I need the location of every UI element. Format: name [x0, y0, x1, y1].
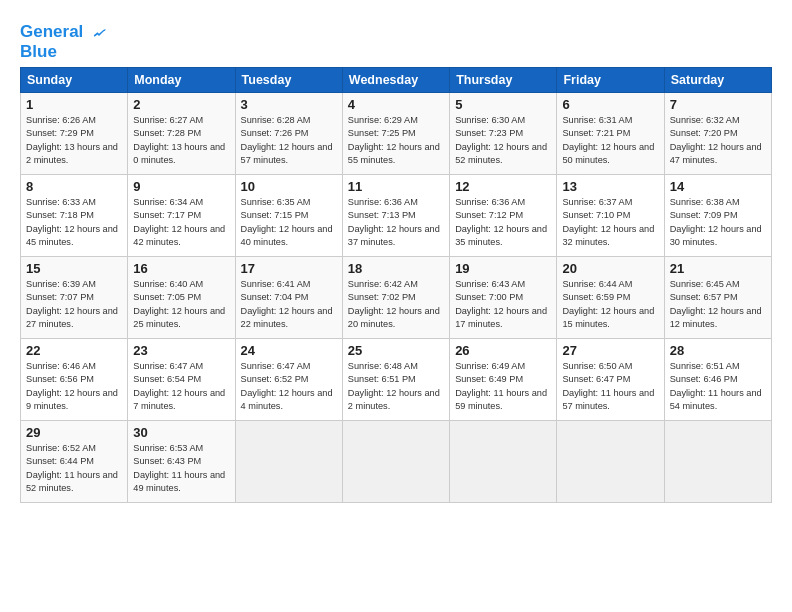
day-info: Sunrise: 6:50 AMSunset: 6:47 PMDaylight:… [562, 360, 658, 413]
page: General Blue SundayMondayTuesdayWednesda… [0, 0, 792, 515]
day-info: Sunrise: 6:52 AMSunset: 6:44 PMDaylight:… [26, 442, 122, 495]
calendar-row-0: 1Sunrise: 6:26 AMSunset: 7:29 PMDaylight… [21, 93, 772, 175]
col-header-saturday: Saturday [664, 68, 771, 93]
calendar-cell: 20Sunrise: 6:44 AMSunset: 6:59 PMDayligh… [557, 257, 664, 339]
day-number: 17 [241, 261, 337, 276]
calendar-cell: 5Sunrise: 6:30 AMSunset: 7:23 PMDaylight… [450, 93, 557, 175]
day-info: Sunrise: 6:34 AMSunset: 7:17 PMDaylight:… [133, 196, 229, 249]
col-header-thursday: Thursday [450, 68, 557, 93]
day-info: Sunrise: 6:44 AMSunset: 6:59 PMDaylight:… [562, 278, 658, 331]
calendar-cell: 7Sunrise: 6:32 AMSunset: 7:20 PMDaylight… [664, 93, 771, 175]
calendar-cell: 26Sunrise: 6:49 AMSunset: 6:49 PMDayligh… [450, 339, 557, 421]
day-number: 5 [455, 97, 551, 112]
logo: General Blue [20, 22, 108, 61]
calendar-cell: 27Sunrise: 6:50 AMSunset: 6:47 PMDayligh… [557, 339, 664, 421]
day-info: Sunrise: 6:53 AMSunset: 6:43 PMDaylight:… [133, 442, 229, 495]
day-info: Sunrise: 6:51 AMSunset: 6:46 PMDaylight:… [670, 360, 766, 413]
calendar-cell: 30Sunrise: 6:53 AMSunset: 6:43 PMDayligh… [128, 421, 235, 503]
day-number: 29 [26, 425, 122, 440]
col-header-tuesday: Tuesday [235, 68, 342, 93]
day-number: 15 [26, 261, 122, 276]
calendar-cell: 18Sunrise: 6:42 AMSunset: 7:02 PMDayligh… [342, 257, 449, 339]
day-number: 30 [133, 425, 229, 440]
day-number: 28 [670, 343, 766, 358]
day-info: Sunrise: 6:42 AMSunset: 7:02 PMDaylight:… [348, 278, 444, 331]
day-number: 18 [348, 261, 444, 276]
calendar-cell: 4Sunrise: 6:29 AMSunset: 7:25 PMDaylight… [342, 93, 449, 175]
calendar-cell [235, 421, 342, 503]
day-number: 14 [670, 179, 766, 194]
calendar-cell: 29Sunrise: 6:52 AMSunset: 6:44 PMDayligh… [21, 421, 128, 503]
day-info: Sunrise: 6:38 AMSunset: 7:09 PMDaylight:… [670, 196, 766, 249]
day-info: Sunrise: 6:41 AMSunset: 7:04 PMDaylight:… [241, 278, 337, 331]
day-number: 12 [455, 179, 551, 194]
calendar-cell: 1Sunrise: 6:26 AMSunset: 7:29 PMDaylight… [21, 93, 128, 175]
day-info: Sunrise: 6:48 AMSunset: 6:51 PMDaylight:… [348, 360, 444, 413]
day-info: Sunrise: 6:27 AMSunset: 7:28 PMDaylight:… [133, 114, 229, 167]
day-number: 26 [455, 343, 551, 358]
day-info: Sunrise: 6:33 AMSunset: 7:18 PMDaylight:… [26, 196, 122, 249]
calendar-cell: 25Sunrise: 6:48 AMSunset: 6:51 PMDayligh… [342, 339, 449, 421]
calendar-cell: 12Sunrise: 6:36 AMSunset: 7:12 PMDayligh… [450, 175, 557, 257]
calendar-cell: 9Sunrise: 6:34 AMSunset: 7:17 PMDaylight… [128, 175, 235, 257]
day-number: 22 [26, 343, 122, 358]
logo-general: General [20, 22, 83, 41]
day-info: Sunrise: 6:49 AMSunset: 6:49 PMDaylight:… [455, 360, 551, 413]
calendar-cell: 24Sunrise: 6:47 AMSunset: 6:52 PMDayligh… [235, 339, 342, 421]
day-number: 13 [562, 179, 658, 194]
day-info: Sunrise: 6:26 AMSunset: 7:29 PMDaylight:… [26, 114, 122, 167]
header: General Blue [20, 18, 772, 61]
day-info: Sunrise: 6:40 AMSunset: 7:05 PMDaylight:… [133, 278, 229, 331]
col-header-monday: Monday [128, 68, 235, 93]
logo-blue: Blue [20, 42, 108, 62]
day-number: 1 [26, 97, 122, 112]
calendar-cell: 28Sunrise: 6:51 AMSunset: 6:46 PMDayligh… [664, 339, 771, 421]
day-number: 11 [348, 179, 444, 194]
calendar-row-4: 29Sunrise: 6:52 AMSunset: 6:44 PMDayligh… [21, 421, 772, 503]
calendar-row-2: 15Sunrise: 6:39 AMSunset: 7:07 PMDayligh… [21, 257, 772, 339]
day-info: Sunrise: 6:39 AMSunset: 7:07 PMDaylight:… [26, 278, 122, 331]
day-info: Sunrise: 6:29 AMSunset: 7:25 PMDaylight:… [348, 114, 444, 167]
day-number: 23 [133, 343, 229, 358]
day-number: 21 [670, 261, 766, 276]
day-info: Sunrise: 6:36 AMSunset: 7:13 PMDaylight:… [348, 196, 444, 249]
day-number: 10 [241, 179, 337, 194]
day-number: 9 [133, 179, 229, 194]
day-info: Sunrise: 6:30 AMSunset: 7:23 PMDaylight:… [455, 114, 551, 167]
logo-bird-icon [90, 24, 108, 42]
calendar-cell: 11Sunrise: 6:36 AMSunset: 7:13 PMDayligh… [342, 175, 449, 257]
day-info: Sunrise: 6:47 AMSunset: 6:52 PMDaylight:… [241, 360, 337, 413]
calendar-cell [450, 421, 557, 503]
day-number: 4 [348, 97, 444, 112]
calendar-cell: 2Sunrise: 6:27 AMSunset: 7:28 PMDaylight… [128, 93, 235, 175]
day-info: Sunrise: 6:43 AMSunset: 7:00 PMDaylight:… [455, 278, 551, 331]
col-header-wednesday: Wednesday [342, 68, 449, 93]
day-number: 24 [241, 343, 337, 358]
calendar-cell: 23Sunrise: 6:47 AMSunset: 6:54 PMDayligh… [128, 339, 235, 421]
day-info: Sunrise: 6:45 AMSunset: 6:57 PMDaylight:… [670, 278, 766, 331]
day-info: Sunrise: 6:47 AMSunset: 6:54 PMDaylight:… [133, 360, 229, 413]
calendar-cell: 15Sunrise: 6:39 AMSunset: 7:07 PMDayligh… [21, 257, 128, 339]
calendar-cell: 8Sunrise: 6:33 AMSunset: 7:18 PMDaylight… [21, 175, 128, 257]
day-info: Sunrise: 6:36 AMSunset: 7:12 PMDaylight:… [455, 196, 551, 249]
day-info: Sunrise: 6:37 AMSunset: 7:10 PMDaylight:… [562, 196, 658, 249]
calendar-header-row: SundayMondayTuesdayWednesdayThursdayFrid… [21, 68, 772, 93]
calendar-row-3: 22Sunrise: 6:46 AMSunset: 6:56 PMDayligh… [21, 339, 772, 421]
calendar-table: SundayMondayTuesdayWednesdayThursdayFrid… [20, 67, 772, 503]
calendar-cell: 6Sunrise: 6:31 AMSunset: 7:21 PMDaylight… [557, 93, 664, 175]
day-number: 8 [26, 179, 122, 194]
day-info: Sunrise: 6:35 AMSunset: 7:15 PMDaylight:… [241, 196, 337, 249]
col-header-friday: Friday [557, 68, 664, 93]
day-info: Sunrise: 6:31 AMSunset: 7:21 PMDaylight:… [562, 114, 658, 167]
day-number: 16 [133, 261, 229, 276]
day-number: 27 [562, 343, 658, 358]
day-number: 7 [670, 97, 766, 112]
calendar-cell [342, 421, 449, 503]
col-header-sunday: Sunday [21, 68, 128, 93]
day-number: 25 [348, 343, 444, 358]
day-info: Sunrise: 6:32 AMSunset: 7:20 PMDaylight:… [670, 114, 766, 167]
calendar-cell [664, 421, 771, 503]
calendar-row-1: 8Sunrise: 6:33 AMSunset: 7:18 PMDaylight… [21, 175, 772, 257]
calendar-cell: 16Sunrise: 6:40 AMSunset: 7:05 PMDayligh… [128, 257, 235, 339]
calendar-cell: 14Sunrise: 6:38 AMSunset: 7:09 PMDayligh… [664, 175, 771, 257]
